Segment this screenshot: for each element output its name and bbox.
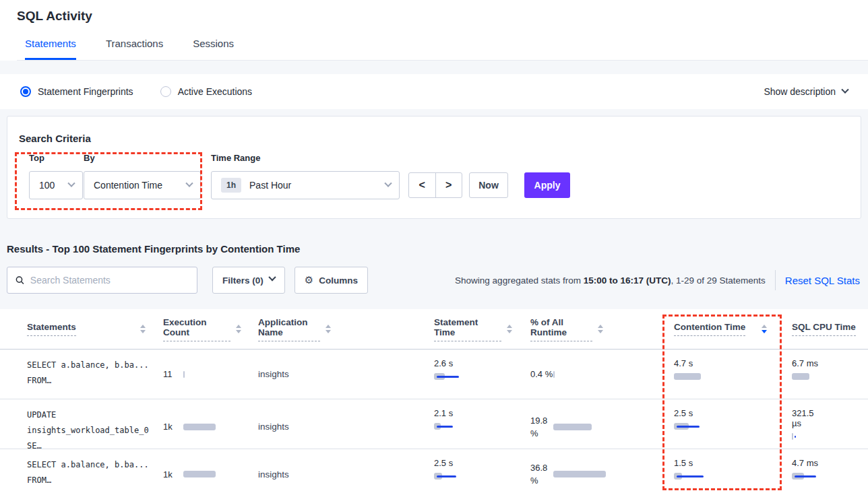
page-title: SQL Activity	[17, 9, 868, 24]
radio-label: Active Executions	[178, 86, 253, 97]
runtime-pct-cell: 19.8%	[530, 399, 674, 454]
metric-bar	[434, 423, 450, 430]
chevron-down-icon	[185, 180, 193, 187]
search-statements-box[interactable]	[7, 267, 197, 294]
vertical-divider	[775, 270, 776, 290]
sort-icon[interactable]	[326, 325, 331, 333]
metric-bar	[674, 473, 701, 480]
chevron-down-icon	[841, 86, 848, 94]
by-select-value: Contention Time	[94, 180, 162, 191]
metric-bar	[553, 424, 592, 430]
results-heading: Results - Top 100 Statement Fingerprints…	[7, 243, 868, 255]
tab-statements[interactable]: Statements	[25, 38, 76, 60]
top-label: Top	[29, 153, 44, 163]
application-name-cell: insights	[258, 399, 434, 454]
statement-cell[interactable]: SELECT a.balance, b.ba...FROM…	[27, 449, 163, 495]
radio-label: Statement Fingerprints	[38, 86, 133, 97]
sort-icon[interactable]	[236, 325, 241, 333]
metric-bar	[434, 373, 456, 380]
sort-icon[interactable]	[598, 325, 603, 333]
by-label: By	[84, 153, 95, 163]
execution-count-cell: 11	[163, 350, 258, 399]
search-criteria-panel: Search Criteria Top 100 By Contention Ti…	[7, 116, 861, 219]
stats-time-range: 15:00 to 16:17 (UTC)	[584, 275, 671, 286]
search-criteria-title: Search Criteria	[19, 133, 91, 144]
view-toggle-bar: Statement Fingerprints Active Executions…	[0, 74, 868, 109]
column-header: Contention Time	[674, 322, 767, 336]
column-header: % of All Runtime	[530, 317, 603, 341]
column-header-label[interactable]: Execution Count	[163, 317, 230, 341]
sql-cpu-time-cell: 6.7 ms	[792, 350, 868, 399]
filters-button[interactable]: Filters (0)	[212, 267, 285, 294]
now-button[interactable]: Now	[469, 172, 508, 198]
prev-time-button[interactable]: <	[409, 173, 436, 197]
by-select[interactable]: Contention Time	[84, 171, 201, 199]
column-header: Statement Time	[434, 317, 512, 341]
column-header-label[interactable]: Statements	[27, 322, 76, 336]
metric-bar	[674, 423, 697, 430]
runtime-pct-cell: 36.8%	[530, 449, 674, 495]
metric-bar	[183, 471, 216, 477]
radio-selected-icon[interactable]	[20, 86, 31, 97]
show-description-label: Show description	[764, 86, 836, 97]
time-range-label: Time Range	[211, 153, 260, 163]
table-row: SELECT a.balance, b.ba...FROM…11insights…	[0, 350, 868, 399]
statement-time-cell: 2.6 s	[434, 350, 530, 399]
metric-bar	[792, 373, 809, 380]
results-toolbar: Filters (0) ⚙ Columns Showing aggregated…	[7, 266, 861, 294]
metric-bar	[183, 424, 216, 430]
column-header-label[interactable]: Application Name	[258, 317, 320, 341]
table-row: UPDATEinsights_workload_table_0 SE…1kins…	[0, 399, 868, 449]
tab-sessions[interactable]: Sessions	[193, 38, 234, 60]
statement-cell[interactable]: SELECT a.balance, b.ba...FROM…	[27, 350, 163, 399]
radio-statement-fingerprints[interactable]: Statement Fingerprints	[20, 86, 133, 97]
aggregated-stats-text: Showing aggregated stats from 15:00 to 1…	[455, 275, 766, 286]
tab-transactions[interactable]: Transactions	[106, 38, 163, 60]
statements-table: StatementsExecution CountApplication Nam…	[0, 309, 868, 495]
chevron-down-icon	[67, 180, 75, 187]
column-header-label[interactable]: Contention Time	[674, 322, 745, 336]
columns-button[interactable]: ⚙ Columns	[294, 267, 368, 294]
radio-unselected-icon[interactable]	[160, 86, 171, 97]
column-header: Application Name	[258, 317, 331, 341]
metric-bar	[434, 473, 454, 480]
contention-time-cell: 2.5 s	[674, 399, 792, 454]
filters-button-label: Filters (0)	[222, 275, 264, 286]
next-time-button[interactable]: >	[436, 173, 462, 197]
table-body: SELECT a.balance, b.ba...FROM…11insights…	[0, 350, 868, 495]
execution-count-cell: 1k	[163, 399, 258, 454]
chevron-down-icon	[268, 273, 276, 281]
reset-sql-stats-link[interactable]: Reset SQL Stats	[785, 275, 861, 286]
time-range-badge: 1h	[221, 178, 241, 193]
sort-icon[interactable]	[762, 325, 767, 333]
time-range-select[interactable]: 1h Past Hour	[211, 171, 400, 199]
show-description-toggle[interactable]: Show description	[764, 86, 848, 97]
statement-time-cell: 2.1 s	[434, 399, 530, 454]
time-range-value: Past Hour	[249, 180, 291, 191]
statement-time-cell: 2.5 s	[434, 449, 530, 495]
apply-button[interactable]: Apply	[524, 172, 570, 198]
table-header-row: StatementsExecution CountApplication Nam…	[0, 309, 868, 350]
column-header: Execution Count	[163, 317, 241, 341]
sort-icon[interactable]	[507, 325, 512, 333]
column-header-label[interactable]: SQL CPU Time	[792, 322, 856, 336]
metric-bar	[792, 433, 793, 440]
sql-cpu-time-cell: 321.5µs	[792, 399, 868, 454]
column-header: Statements	[27, 322, 146, 336]
page-header: SQL Activity Statements Transactions Ses…	[0, 0, 868, 61]
statement-cell[interactable]: UPDATEinsights_workload_table_0 SE…	[27, 399, 163, 454]
column-header-label[interactable]: Statement Time	[434, 317, 501, 341]
column-header: SQL CPU Time	[792, 322, 868, 336]
sort-icon[interactable]	[140, 325, 146, 333]
contention-time-cell: 4.7 s	[674, 350, 792, 399]
top-select-value: 100	[39, 180, 55, 191]
search-statements-input[interactable]	[30, 275, 189, 286]
chevron-down-icon	[384, 180, 392, 187]
contention-time-cell: 1.5 s	[674, 449, 792, 495]
radio-active-executions[interactable]: Active Executions	[160, 86, 253, 97]
time-nav-group: < >	[408, 172, 462, 198]
top-select[interactable]: 100	[29, 171, 83, 199]
column-header-label[interactable]: % of All Runtime	[530, 317, 592, 341]
execution-count-cell: 1k	[163, 449, 258, 495]
sql-cpu-time-cell: 4.7 ms	[792, 449, 868, 495]
